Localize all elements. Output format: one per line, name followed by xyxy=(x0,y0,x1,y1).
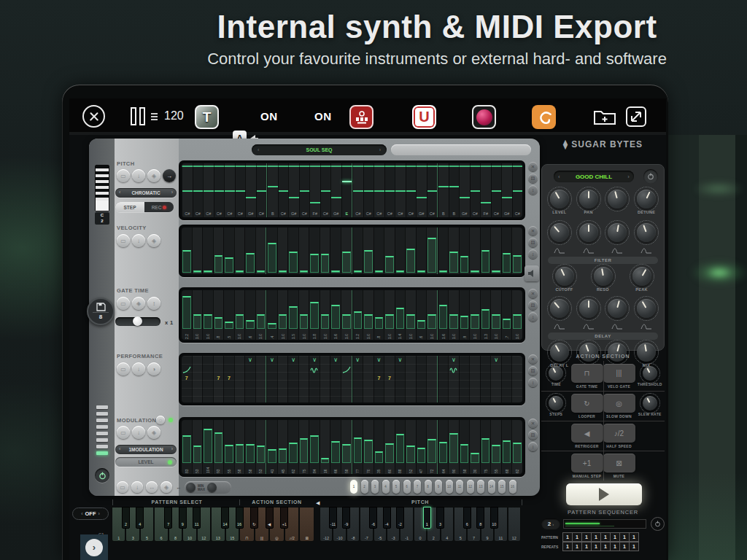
pitch-step[interactable]: G# xyxy=(501,163,512,217)
black-key[interactable]: ↻ xyxy=(250,507,258,529)
velocity-step[interactable] xyxy=(501,228,512,274)
pitch-step[interactable]: C# xyxy=(320,163,331,217)
velocity-step[interactable] xyxy=(416,228,427,274)
black-key[interactable]: 10 xyxy=(490,507,498,529)
modulation-step[interactable]: 45 xyxy=(277,420,288,474)
black-key[interactable]: 14 xyxy=(221,507,229,529)
gate-step[interactable]: .8 xyxy=(374,290,384,340)
performance-step[interactable] xyxy=(459,356,470,402)
pitch-step[interactable]: E xyxy=(341,163,353,217)
random-button[interactable]: ◈ xyxy=(147,234,160,247)
gate-step[interactable]: 1.2 xyxy=(352,290,363,340)
velocity-step[interactable] xyxy=(469,228,480,274)
black-key[interactable]: 1 xyxy=(423,507,431,529)
pitch-lane[interactable]: C#C#C#C#C#C#G#C#BC#G#C#F#C#G#EC#C#C#C#C#… xyxy=(182,163,522,217)
modulation-step[interactable]: 53 xyxy=(255,420,267,474)
pattern-cell[interactable]: 1 xyxy=(581,532,592,542)
synth-knob[interactable] xyxy=(637,343,656,362)
velocity-step[interactable] xyxy=(395,228,406,274)
modulation-step[interactable]: 75 xyxy=(480,420,491,474)
modulation-step[interactable]: 58 xyxy=(234,420,245,474)
gate-step[interactable]: 1.0 xyxy=(277,290,288,340)
pattern-button[interactable]: 7 xyxy=(414,480,421,494)
synth-knob[interactable] xyxy=(579,223,598,242)
velocity-step[interactable] xyxy=(480,228,491,274)
random-icon[interactable]: ⚄ xyxy=(528,430,538,440)
performance-step[interactable] xyxy=(298,356,309,402)
performance-step[interactable]: ∨ xyxy=(490,356,501,402)
updown-icon[interactable]: ↕ xyxy=(528,442,538,451)
pitch-step[interactable]: C# xyxy=(491,163,502,217)
velocity-step[interactable] xyxy=(405,228,416,274)
performance-step[interactable] xyxy=(341,356,352,402)
audition-speaker-button[interactable] xyxy=(525,265,539,281)
velocity-step[interactable] xyxy=(298,228,309,274)
pattern-button[interactable]: 2 xyxy=(361,480,368,494)
modulation-step[interactable]: 58 xyxy=(459,420,470,474)
pattern-cell[interactable]: 1 xyxy=(562,532,573,542)
action-knob[interactable] xyxy=(549,366,563,381)
velocity-step[interactable] xyxy=(255,228,267,274)
performance-step[interactable]: ∨ xyxy=(266,356,277,402)
pattern-button[interactable]: 14 xyxy=(488,480,495,494)
black-key[interactable]: -11 xyxy=(329,507,337,529)
pitch-step[interactable]: C# xyxy=(193,163,204,217)
pitch-step[interactable]: G# xyxy=(459,163,470,217)
velocity-step[interactable] xyxy=(244,228,255,274)
performance-step[interactable] xyxy=(202,356,213,402)
black-key[interactable]: -4 xyxy=(383,507,391,529)
synth-knob[interactable] xyxy=(550,190,569,209)
max-knob[interactable] xyxy=(207,483,217,492)
modulation-step[interactable]: 58 xyxy=(341,420,352,474)
gate-step[interactable]: 1.0 xyxy=(255,290,267,340)
performance-step[interactable] xyxy=(192,356,203,402)
pattern-cell[interactable]: 1 xyxy=(572,532,582,542)
synth-knob[interactable] xyxy=(579,343,598,362)
gate-step[interactable]: 1.0 xyxy=(202,290,213,340)
synth-knob[interactable] xyxy=(608,343,627,362)
gate-step[interactable]: 1.0 xyxy=(511,290,522,340)
pitch-step[interactable]: C# xyxy=(374,163,384,217)
step-rec-toggle[interactable]: STEP REC xyxy=(115,202,174,212)
velocity-step[interactable] xyxy=(234,228,245,274)
pitch-step[interactable]: G# xyxy=(288,163,299,217)
modulation-step[interactable]: 68 xyxy=(501,420,512,474)
pattern-button[interactable]: 15 xyxy=(498,480,506,494)
paste-button[interactable]: ↓ xyxy=(131,481,143,493)
bpm-value[interactable]: 120 xyxy=(164,109,184,122)
white-key[interactable]: 12 xyxy=(508,507,521,542)
menu-icon[interactable] xyxy=(151,113,158,120)
modulation-step[interactable]: 90 xyxy=(448,420,459,474)
black-key[interactable]: 7 xyxy=(164,507,172,529)
performance-step[interactable] xyxy=(469,356,480,402)
sphere-app-icon[interactable] xyxy=(472,105,496,129)
u-app-icon[interactable]: U xyxy=(412,105,436,129)
octave-strip[interactable] xyxy=(95,165,109,211)
performance-step[interactable] xyxy=(416,356,427,402)
black-key[interactable]: 4 xyxy=(136,507,144,529)
pattern-button[interactable]: 4 xyxy=(382,480,390,494)
gate-step[interactable]: .5 xyxy=(223,290,234,340)
synth-knob[interactable] xyxy=(594,267,613,286)
gate-step[interactable]: 1.8 xyxy=(309,290,320,340)
gate-step[interactable]: .4 xyxy=(266,290,277,340)
synth-knob[interactable] xyxy=(608,223,627,242)
play-button[interactable] xyxy=(566,483,642,505)
performance-step[interactable] xyxy=(426,356,438,402)
random-icon[interactable]: ⚄ xyxy=(528,300,538,310)
pitch-step[interactable]: F# xyxy=(309,163,320,217)
performance-lane[interactable]: 777∨∨∨∨∨∨∨77∨∨∨ xyxy=(182,356,522,402)
synth-power-button[interactable] xyxy=(643,169,658,184)
pitch-step[interactable]: C# xyxy=(299,163,310,217)
black-key[interactable]: +1 xyxy=(280,507,288,529)
copy-button[interactable]: ▭ xyxy=(117,426,130,439)
pitch-step[interactable]: C# xyxy=(278,163,289,217)
pitch-step[interactable]: C# xyxy=(406,163,417,217)
add-folder-icon[interactable] xyxy=(593,108,616,128)
close-icon[interactable] xyxy=(82,105,105,128)
pitch-step[interactable]: B xyxy=(438,163,449,217)
gate-step[interactable]: 2.2 xyxy=(182,290,192,340)
performance-step[interactable] xyxy=(405,356,416,402)
velocity-step[interactable] xyxy=(438,228,449,274)
modulation-step[interactable]: 70 xyxy=(363,420,374,474)
